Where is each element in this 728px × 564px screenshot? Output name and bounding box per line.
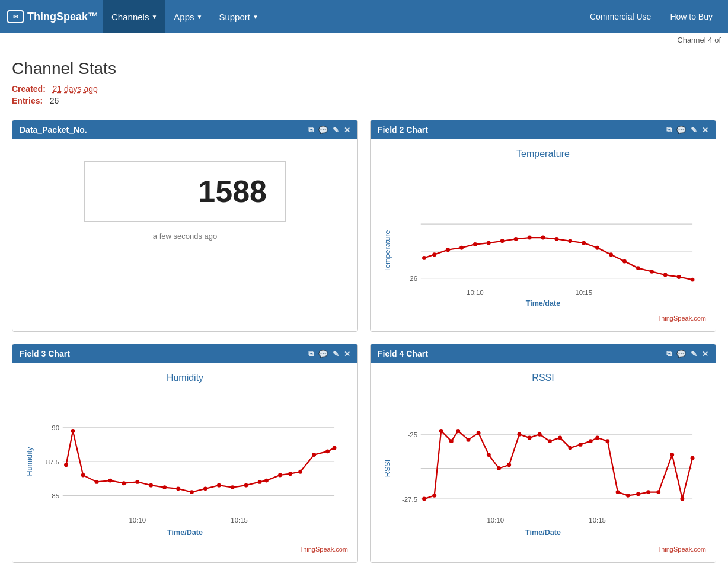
edit-icon-2[interactable]: ✎ <box>691 126 697 134</box>
svg-text:87.5: 87.5 <box>46 459 59 466</box>
svg-text:10:10: 10:10 <box>467 289 484 296</box>
close-icon-1[interactable]: ✕ <box>344 126 350 134</box>
svg-point-80 <box>507 463 511 467</box>
svg-point-58 <box>298 470 302 474</box>
channel-bar: Channel 4 of <box>0 33 728 47</box>
svg-point-77 <box>477 431 481 435</box>
numeric-timestamp: a few seconds ago <box>153 232 217 241</box>
svg-point-23 <box>622 259 627 264</box>
page-content: Channel Stats Created: 21 days ago Entri… <box>0 47 728 564</box>
channels-arrow: ▼ <box>151 14 157 20</box>
svg-point-22 <box>609 252 613 257</box>
svg-point-13 <box>487 241 491 245</box>
temperature-credit: ThingSpeak.com <box>380 315 706 322</box>
svg-text:90: 90 <box>52 424 59 431</box>
svg-point-15 <box>514 237 518 241</box>
external-link-icon-2[interactable]: ⧉ <box>666 125 672 134</box>
svg-point-95 <box>656 490 660 494</box>
widget-header-4: Field 4 Chart ⧉ 💬 ✎ ✕ <box>371 344 716 363</box>
svg-point-11 <box>459 246 464 250</box>
svg-point-43 <box>108 479 113 483</box>
svg-point-21 <box>595 246 599 250</box>
rssi-credit: ThingSpeak.com <box>380 546 706 553</box>
edit-icon-1[interactable]: ✎ <box>333 126 339 134</box>
svg-point-90 <box>605 439 609 443</box>
nav-channels[interactable]: Channels ▼ <box>103 0 165 33</box>
svg-point-47 <box>162 485 167 489</box>
svg-point-81 <box>517 432 521 437</box>
page-title: Channel Stats <box>12 59 716 78</box>
external-link-icon-1[interactable]: ⧉ <box>308 125 314 134</box>
comment-icon-4[interactable]: 💬 <box>676 350 686 358</box>
nav-commercial[interactable]: Commercial Use <box>582 0 659 33</box>
widget-icons-1: ⧉ 💬 ✎ ✕ <box>308 125 350 134</box>
comment-icon-2[interactable]: 💬 <box>676 126 686 134</box>
svg-point-50 <box>203 487 207 491</box>
close-icon-4[interactable]: ✕ <box>702 350 708 358</box>
svg-point-73 <box>439 429 443 433</box>
navbar: ✉ ThingSpeak™ Channels ▼ Apps ▼ Support … <box>0 0 728 33</box>
svg-text:85: 85 <box>52 492 59 499</box>
entries-value: 26 <box>50 96 59 105</box>
svg-point-86 <box>568 446 572 450</box>
svg-point-12 <box>473 242 477 246</box>
svg-point-72 <box>432 494 436 498</box>
svg-point-93 <box>636 492 640 496</box>
numeric-value: 1588 <box>198 174 267 209</box>
nav-items: Channels ▼ Apps ▼ Support ▼ <box>103 0 582 33</box>
edit-icon-3[interactable]: ✎ <box>333 350 339 358</box>
nav-how-to-buy[interactable]: How to Buy <box>662 0 721 33</box>
widget-data-packet: Data_Packet_No. ⧉ 💬 ✎ ✕ 1588 a few secon… <box>12 120 358 332</box>
created-row: Created: 21 days ago <box>12 84 716 94</box>
widget-header-3: Field 3 Chart ⧉ 💬 ✎ ✕ <box>12 344 357 363</box>
nav-right: Commercial Use How to Buy <box>582 0 721 33</box>
svg-point-42 <box>95 480 99 484</box>
svg-point-53 <box>244 483 248 488</box>
svg-point-17 <box>541 236 545 240</box>
svg-point-8 <box>422 256 426 260</box>
widget-title-1: Data_Packet_No. <box>20 125 308 134</box>
entries-label: Entries: <box>12 96 43 105</box>
temperature-chart-title: Temperature <box>380 149 706 159</box>
support-arrow: ▼ <box>253 14 258 20</box>
svg-point-55 <box>264 479 269 483</box>
svg-point-25 <box>650 270 654 274</box>
svg-text:Time/date: Time/date <box>526 299 561 307</box>
svg-text:Time/Date: Time/Date <box>167 528 203 537</box>
svg-point-41 <box>81 473 85 478</box>
close-icon-3[interactable]: ✕ <box>344 350 350 358</box>
svg-point-9 <box>432 252 436 257</box>
widget-icons-2: ⧉ 💬 ✎ ✕ <box>666 125 708 134</box>
nav-support[interactable]: Support ▼ <box>210 0 266 33</box>
svg-point-91 <box>616 490 620 494</box>
nav-apps[interactable]: Apps ▼ <box>165 0 210 33</box>
svg-point-59 <box>312 453 316 457</box>
created-value[interactable]: 21 days ago <box>52 84 97 94</box>
svg-point-89 <box>595 436 599 440</box>
svg-point-88 <box>589 439 593 443</box>
svg-text:26: 26 <box>410 275 417 282</box>
rssi-chart-title: RSSI <box>380 373 706 383</box>
svg-point-57 <box>288 472 292 476</box>
close-icon-2[interactable]: ✕ <box>702 126 708 134</box>
humidity-credit: ThingSpeak.com <box>22 546 348 553</box>
comment-icon-1[interactable]: 💬 <box>318 126 328 134</box>
svg-point-74 <box>449 439 454 443</box>
comment-icon-3[interactable]: 💬 <box>318 350 328 358</box>
svg-point-24 <box>636 266 640 270</box>
svg-point-54 <box>258 480 262 484</box>
svg-point-26 <box>663 273 668 277</box>
svg-point-71 <box>422 497 426 501</box>
humidity-chart-title: Humidity <box>22 373 348 383</box>
external-link-icon-3[interactable]: ⧉ <box>308 349 314 358</box>
svg-point-45 <box>135 480 139 484</box>
svg-point-83 <box>538 432 542 437</box>
external-link-icon-4[interactable]: ⧉ <box>666 349 672 358</box>
widget-title-4: Field 4 Chart <box>378 349 666 358</box>
widget-body-2: Temperature Temperature 26 10:10 10:15 <box>371 139 716 331</box>
svg-point-49 <box>190 490 194 494</box>
widget-icons-3: ⧉ 💬 ✎ ✕ <box>308 349 350 358</box>
svg-point-92 <box>626 494 630 498</box>
svg-point-98 <box>691 456 695 460</box>
edit-icon-4[interactable]: ✎ <box>691 350 697 358</box>
